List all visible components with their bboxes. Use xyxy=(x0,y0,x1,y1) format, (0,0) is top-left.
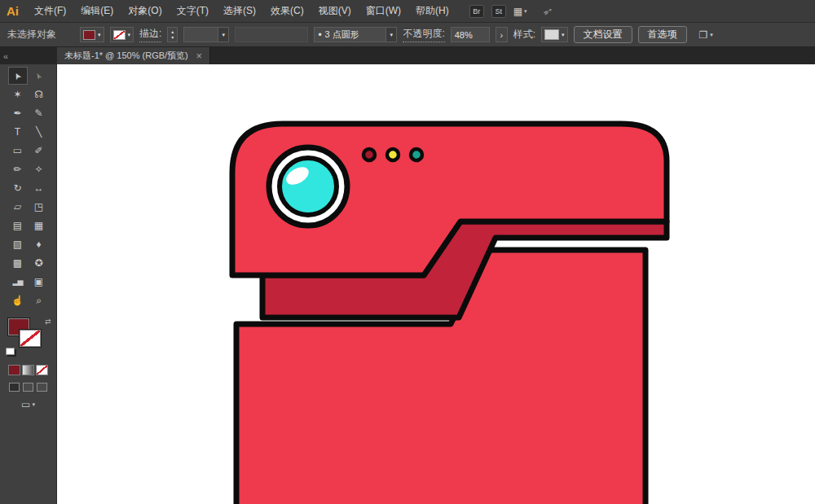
chevron-down-icon: ▾ xyxy=(524,8,527,15)
scale-tool[interactable]: ▱ xyxy=(8,198,28,216)
curvature-tool[interactable]: ✎ xyxy=(29,104,49,122)
arrange-documents-button[interactable]: ▦ ▾ xyxy=(513,6,527,17)
pen-tool[interactable]: ✒ xyxy=(8,104,28,122)
rectangle-tool[interactable]: ▭ xyxy=(8,142,28,160)
type-tool-icon: T xyxy=(15,127,20,137)
menu-file[interactable]: 文件(F) xyxy=(27,0,73,22)
blend-tool[interactable]: ▩ xyxy=(8,254,28,272)
menu-object[interactable]: 对象(O) xyxy=(121,0,169,22)
chevron-down-icon[interactable]: ▾ xyxy=(218,28,228,42)
menu-window[interactable]: 窗口(W) xyxy=(359,0,408,22)
draw-inside-button[interactable] xyxy=(37,383,47,392)
magic-wand-tool[interactable]: ✶ xyxy=(8,85,28,103)
line-segment-tool-icon: ╲ xyxy=(36,127,42,137)
stroke-swatch[interactable] xyxy=(19,329,42,348)
lasso-tool[interactable]: ☊ xyxy=(29,85,49,103)
width-tool[interactable]: ↔ xyxy=(29,179,49,197)
mesh-tool[interactable]: ▦ xyxy=(29,217,49,234)
stock-button[interactable]: St xyxy=(491,5,506,18)
line-segment-tool[interactable]: ╲ xyxy=(29,123,49,141)
rectangle-tool-icon: ▭ xyxy=(13,146,22,156)
menu-select[interactable]: 选择(S) xyxy=(216,0,263,22)
hand-tool[interactable]: ☝ xyxy=(8,291,28,309)
stroke-weight-select[interactable]: ▾ xyxy=(183,27,229,42)
type-tool[interactable]: T xyxy=(8,123,28,141)
menu-view[interactable]: 视图(V) xyxy=(311,0,359,22)
brush-select[interactable]: • 3 点圆形 ▾ xyxy=(314,27,397,42)
fill-color-swatch[interactable] xyxy=(83,30,95,40)
artboard-tool[interactable]: ▣ xyxy=(29,273,49,291)
stroke-none-swatch[interactable] xyxy=(113,30,126,40)
arrange-documents-icon: ▦ xyxy=(513,6,522,17)
close-icon[interactable]: × xyxy=(196,51,202,61)
none-button[interactable] xyxy=(36,365,48,375)
drawing-mode-buttons xyxy=(0,383,56,392)
lens-inner-circle[interactable] xyxy=(280,158,337,215)
document-setup-button[interactable]: 文档设置 xyxy=(574,26,632,43)
stepper-down-icon[interactable]: ▾ xyxy=(171,35,174,41)
app-logo-icon[interactable]: Ai xyxy=(7,4,19,18)
selection-status: 未选择对象 xyxy=(7,28,56,42)
eyedropper-tool-icon: ♦ xyxy=(36,239,41,249)
color-button[interactable] xyxy=(8,365,20,375)
panel-icon: ❐ xyxy=(699,29,708,41)
tools-panel-header[interactable]: « xyxy=(0,47,56,64)
rotate-tool[interactable]: ↻ xyxy=(8,179,28,197)
opacity-more-button[interactable]: › xyxy=(496,27,508,42)
zoom-tool[interactable]: ⌕ xyxy=(29,291,49,309)
curvature-tool-icon: ✎ xyxy=(34,108,42,118)
canvas-area[interactable] xyxy=(57,64,815,504)
direct-selection-tool[interactable]: ➣ xyxy=(29,67,49,85)
column-graph-tool[interactable]: ▂▅ xyxy=(8,273,28,291)
indicator-light-red[interactable] xyxy=(363,149,375,160)
chevron-down-icon[interactable]: ▾ xyxy=(385,28,396,42)
draw-normal-button[interactable] xyxy=(9,383,20,392)
brush-preview-icon: • xyxy=(315,29,321,41)
opacity-label[interactable]: 不透明度: xyxy=(403,27,444,42)
perspective-grid-tool[interactable]: ▤ xyxy=(8,217,28,234)
stroke-color-control[interactable]: ▾ xyxy=(110,27,134,42)
menu-bar: Ai 文件(F) 编辑(E) 对象(O) 文字(T) 选择(S) 效果(C) 视… xyxy=(0,0,815,23)
opacity-input[interactable]: 48% xyxy=(451,27,490,42)
preferences-button[interactable]: 首选项 xyxy=(638,26,687,43)
swap-fill-stroke-icon[interactable]: ⇄ xyxy=(45,318,51,326)
default-fill-stroke-icon[interactable] xyxy=(6,348,15,355)
style-select[interactable]: ▾ xyxy=(541,27,568,42)
free-transform-tool[interactable]: ◳ xyxy=(29,198,49,216)
symbol-sprayer-tool-icon: ✪ xyxy=(34,258,42,268)
stroke-weight-label[interactable]: 描边: xyxy=(139,27,161,42)
style-swatch[interactable] xyxy=(544,29,559,40)
stroke-weight-stepper[interactable]: ▴ ▾ xyxy=(167,27,178,42)
gradient-button[interactable] xyxy=(22,365,34,375)
screen-mode-button[interactable]: ▭ ▾ xyxy=(21,399,35,410)
menu-type[interactable]: 文字(T) xyxy=(170,0,216,22)
width-profile-select[interactable] xyxy=(235,27,308,42)
eyedropper-tool[interactable]: ♦ xyxy=(29,235,49,253)
pencil-tool[interactable]: ✏ xyxy=(8,160,28,178)
gradient-tool-icon: ▧ xyxy=(13,239,22,249)
panel-options-button[interactable]: ❐ ▾ xyxy=(699,29,713,41)
collapse-panel-icon[interactable]: « xyxy=(3,51,8,61)
gradient-tool[interactable]: ▧ xyxy=(8,235,28,253)
shaper-tool[interactable]: ✧ xyxy=(29,160,49,178)
hand-tool-icon: ☝ xyxy=(11,296,24,305)
draw-behind-button[interactable] xyxy=(23,383,33,392)
bridge-button[interactable]: Br xyxy=(469,5,484,18)
paintbrush-tool[interactable]: ✐ xyxy=(29,142,49,160)
rotate-tool-icon: ↻ xyxy=(13,183,21,193)
indicator-light-yellow[interactable] xyxy=(387,149,399,160)
tool-grid: ➤ ➣ ✶ ☊ ✒ ✎ T ╲ ▭ ✐ ✏ ✧ ↻ ↔ ▱ ◳ ▤ ▦ ▧ ♦ xyxy=(0,64,56,309)
pencil-tool-icon: ✏ xyxy=(13,164,21,174)
brush-name: 3 点圆形 xyxy=(322,28,386,41)
selection-tool[interactable]: ➤ xyxy=(8,67,28,85)
menu-edit[interactable]: 编辑(E) xyxy=(73,0,121,22)
indicator-light-teal[interactable] xyxy=(411,149,422,160)
menu-bar-right: Br St ▦ ▾ ➶ xyxy=(469,4,553,19)
symbol-sprayer-tool[interactable]: ✪ xyxy=(29,254,49,272)
fill-color-control[interactable]: ▾ xyxy=(80,27,104,42)
document-tab[interactable]: 未标题-1* @ 150% (RGB/预览) × xyxy=(57,47,210,64)
lasso-tool-icon: ☊ xyxy=(34,90,43,99)
stepper-up-icon[interactable]: ▴ xyxy=(171,29,174,35)
menu-help[interactable]: 帮助(H) xyxy=(408,0,456,22)
menu-effect[interactable]: 效果(C) xyxy=(263,0,311,22)
